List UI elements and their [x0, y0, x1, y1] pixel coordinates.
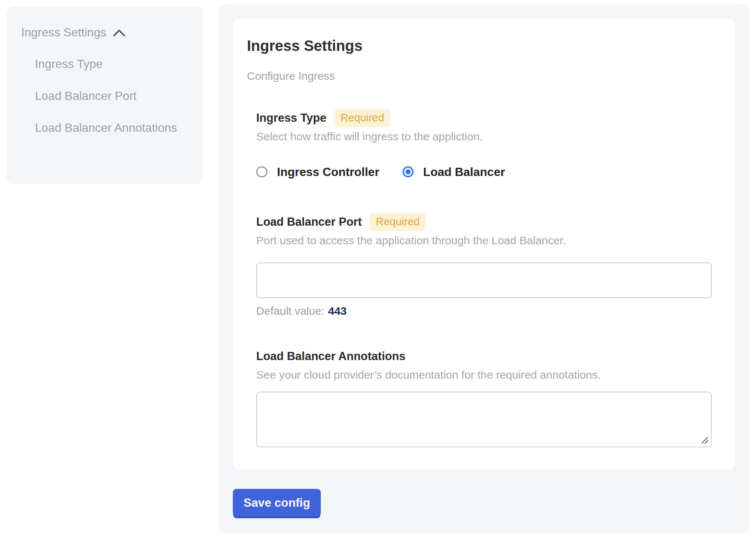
radio-dot: [405, 169, 411, 174]
field-lb-annotations-description: See your cloud provider’s documentation …: [256, 368, 712, 382]
field-ingress-type-label-row: Ingress Type Required: [256, 110, 712, 127]
radio-unselected-icon[interactable]: [256, 166, 267, 177]
sidebar-item-load-balancer-port[interactable]: Load Balancer Port: [35, 85, 185, 107]
resize-handle-icon[interactable]: [700, 436, 709, 445]
default-value-note: Default value:443: [256, 304, 712, 318]
required-badge: Required: [370, 213, 426, 231]
sidebar-nav: Ingress Type Load Balancer Port Load Bal…: [21, 53, 188, 138]
chevron-up-icon: [113, 29, 126, 37]
page-subtitle: Configure Ingress: [247, 69, 712, 83]
field-ingress-type: Ingress Type Required Select how traffic…: [256, 110, 712, 179]
load-balancer-annotations-textarea[interactable]: [256, 392, 712, 447]
field-load-balancer-port: Load Balancer Port Required Port used to…: [256, 213, 712, 318]
sidebar-item-load-balancer-annotations[interactable]: Load Balancer Annotations: [35, 117, 185, 138]
radio-option-load-balancer[interactable]: Load Balancer: [403, 164, 505, 179]
sidebar-section-ingress-settings[interactable]: Ingress Settings: [21, 25, 188, 39]
ingress-type-radio-group: Ingress Controller Load Balancer: [256, 164, 712, 179]
page-title: Ingress Settings: [247, 37, 712, 55]
sidebar-item-ingress-type[interactable]: Ingress Type: [35, 53, 185, 75]
field-lb-annotations-label: Load Balancer Annotations: [256, 350, 405, 363]
sidebar-section-label: Ingress Settings: [21, 25, 106, 39]
field-lb-annotations-label-row: Load Balancer Annotations: [256, 348, 712, 365]
field-ingress-type-description: Select how traffic will ingress to the a…: [256, 130, 712, 144]
required-badge: Required: [335, 109, 390, 127]
save-config-button[interactable]: Save config: [233, 489, 321, 516]
default-value: 443: [328, 305, 346, 317]
radio-selected-icon[interactable]: [403, 166, 414, 177]
ingress-settings-card: Ingress Settings Configure Ingress Ingre…: [233, 19, 735, 470]
settings-sidebar: Ingress Settings Ingress Type Load Balan…: [6, 7, 203, 184]
field-lb-port-description: Port used to access the application thro…: [256, 233, 712, 248]
field-lb-port-label: Load Balancer Port: [256, 215, 362, 229]
field-lb-port-label-row: Load Balancer Port Required: [256, 213, 712, 231]
default-value-label: Default value:: [256, 305, 324, 317]
main-panel: Ingress Settings Configure Ingress Ingre…: [218, 4, 749, 533]
field-ingress-type-label: Ingress Type: [256, 111, 326, 125]
load-balancer-port-input[interactable]: [256, 262, 712, 298]
radio-label-ingress-controller: Ingress Controller: [277, 164, 379, 179]
field-load-balancer-annotations: Load Balancer Annotations See your cloud…: [256, 348, 712, 447]
radio-label-load-balancer: Load Balancer: [423, 164, 505, 179]
annotations-textarea-wrap: [256, 392, 712, 447]
radio-option-ingress-controller[interactable]: Ingress Controller: [256, 164, 379, 179]
